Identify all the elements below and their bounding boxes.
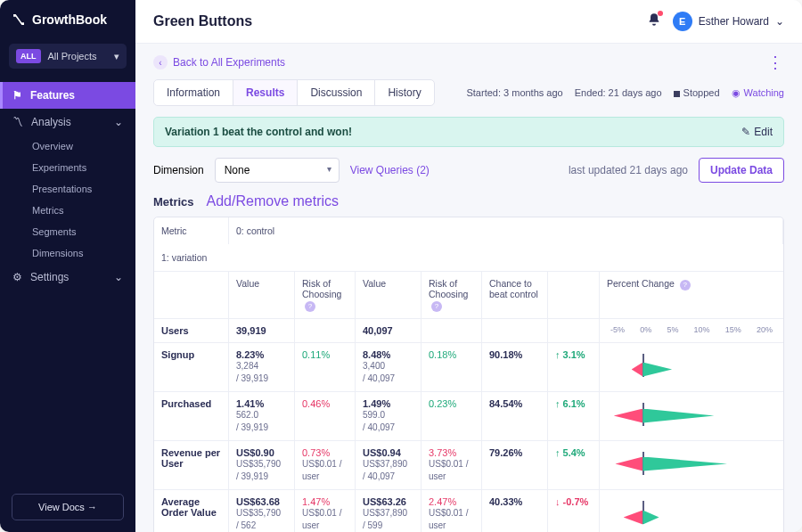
col-chance: Chance to beat control: [482, 272, 548, 318]
edit-button[interactable]: ✎Edit: [741, 126, 773, 138]
violin-cell: [600, 490, 783, 533]
arrow-left-icon: ‹: [153, 55, 168, 70]
value-control: US$63.68US$35,790/ 562: [229, 490, 295, 533]
dimension-label: Dimension: [153, 164, 204, 176]
dimension-select[interactable]: None: [215, 158, 340, 183]
eye-icon: ◉: [732, 87, 741, 99]
sidebar-item-metrics[interactable]: Metrics: [0, 200, 135, 221]
user-name: Esther Howard: [699, 15, 769, 28]
banner-text: Variation 1 beat the control and won!: [165, 126, 352, 138]
table-row: Revenue per UserUS$0.90US$35,790/ 39,919…: [154, 441, 783, 490]
chance: 79.26%: [482, 441, 548, 489]
value-variation: 1.49%599.0/ 40,097: [356, 392, 421, 440]
metric-name: Users: [154, 319, 229, 342]
risk-control: 0.73%US$0.01 / user: [295, 441, 356, 489]
gear-icon: ⚙: [12, 271, 22, 283]
nav-settings[interactable]: ⚙ Settings ⌄: [0, 264, 135, 291]
chance: 90.18%: [482, 343, 548, 391]
user-menu[interactable]: E Esther Howard ⌄: [673, 12, 784, 31]
view-queries-link[interactable]: View Queries (2): [350, 164, 430, 176]
nav-features[interactable]: ⚑ Features: [0, 82, 135, 109]
project-selector[interactable]: ALL All Projects ▾: [9, 44, 127, 69]
risk-control: 0.46%: [295, 392, 356, 440]
view-docs-button[interactable]: View Docs →: [12, 494, 124, 520]
status-state: Stopped: [674, 87, 720, 98]
project-badge: ALL: [16, 49, 41, 63]
watching-toggle[interactable]: ◉Watching: [732, 87, 784, 99]
chevron-down-icon: ▾: [114, 51, 119, 62]
metric-name: Signup: [154, 343, 229, 391]
delta: ↓ -0.7%: [548, 490, 600, 533]
pencil-icon: ✎: [741, 126, 750, 138]
sidebar-item-overview[interactable]: Overview: [0, 135, 135, 157]
value-control: 8.23%3,284/ 39,919: [229, 343, 295, 391]
sidebar-item-dimensions[interactable]: Dimensions: [0, 242, 135, 264]
risk-control: 1.47%US$0.01 / user: [295, 490, 356, 533]
risk-control: 0.11%: [295, 343, 356, 391]
add-remove-metrics-link[interactable]: Add/Remove metrics: [207, 193, 340, 209]
table-row: Average Order ValueUS$63.68US$35,790/ 56…: [154, 490, 783, 533]
nav-features-label: Features: [30, 89, 75, 102]
tab-discussion[interactable]: Discussion: [298, 80, 375, 105]
logo-icon: [12, 12, 26, 27]
users-variation: 40,097: [356, 319, 421, 342]
status-ended: Ended: 21 days ago: [575, 87, 662, 98]
col-risk-1: Risk of Choosing ?: [421, 272, 482, 318]
col-value-0: Value: [229, 272, 295, 318]
back-label: Back to All Experiments: [173, 56, 285, 69]
nav-settings-label: Settings: [30, 271, 69, 283]
result-banner: Variation 1 beat the control and won! ✎E…: [153, 117, 784, 147]
update-data-button[interactable]: Update Data: [699, 158, 784, 183]
delta: ↑ 3.1%: [548, 343, 600, 391]
col-pct: Percent Change ?: [600, 272, 783, 318]
last-updated: last updated 21 days ago: [569, 164, 688, 176]
flag-icon: ⚑: [12, 89, 22, 102]
violin-cell: [600, 343, 783, 391]
metric-name: Revenue per User: [154, 441, 229, 489]
chance: 84.54%: [482, 392, 548, 440]
chevron-down-icon: ⌄: [114, 271, 123, 283]
sidebar-item-experiments[interactable]: Experiments: [0, 157, 135, 178]
status-started: Started: 3 months ago: [466, 87, 562, 98]
col-risk-0: Risk of Choosing ?: [295, 272, 356, 318]
col-value-1: Value: [356, 272, 421, 318]
tab-information[interactable]: Information: [154, 80, 233, 105]
delta: ↑ 5.4%: [548, 441, 600, 489]
risk-variation: 0.18%: [421, 343, 482, 391]
stop-icon: [674, 91, 680, 97]
chevron-down-icon: ⌄: [114, 116, 123, 128]
avatar: E: [673, 12, 692, 31]
chance: 40.33%: [482, 490, 548, 533]
notifications-button[interactable]: [647, 12, 661, 30]
metric-name: Average Order Value: [154, 490, 229, 533]
value-variation: 8.48%3,400/ 40,097: [356, 343, 421, 391]
delta: ↑ 6.1%: [548, 392, 600, 440]
tab-history[interactable]: History: [375, 80, 433, 105]
chart-icon: 〽: [12, 116, 23, 128]
users-control: 39,919: [229, 319, 295, 342]
metrics-heading: Metrics: [153, 195, 194, 209]
nav-analysis[interactable]: 〽 Analysis ⌄: [0, 109, 135, 135]
axis-cell: -5%0%5%10%15%20%: [600, 319, 783, 342]
tab-results[interactable]: Results: [233, 80, 298, 105]
page-title: Green Buttons: [153, 13, 252, 29]
metric-name: Purchased: [154, 392, 229, 440]
violin-cell: [600, 392, 783, 440]
nav-analysis-label: Analysis: [31, 116, 71, 128]
back-link[interactable]: ‹ Back to All Experiments: [153, 55, 285, 70]
chevron-down-icon: ⌄: [775, 15, 784, 28]
col-variation: 1: variation: [154, 244, 783, 271]
table-row: Users39,91940,097-5%0%5%10%15%20%: [154, 319, 783, 343]
notification-dot: [658, 11, 663, 16]
col-metric: Metric: [154, 217, 229, 244]
risk-variation: 3.73%US$0.01 / user: [421, 441, 482, 489]
value-control: 1.41%562.0/ 39,919: [229, 392, 295, 440]
sidebar-item-presentations[interactable]: Presentations: [0, 178, 135, 200]
table-row: Purchased1.41%562.0/ 39,9190.46%1.49%599…: [154, 392, 783, 441]
more-menu-button[interactable]: ⋮: [767, 54, 784, 70]
value-variation: US$0.94US$37,890/ 40,097: [356, 441, 421, 489]
risk-variation: 2.47%US$0.01 / user: [421, 490, 482, 533]
project-label: All Projects: [48, 51, 97, 61]
sidebar-item-segments[interactable]: Segments: [0, 221, 135, 242]
brand-name: GrowthBook: [32, 12, 107, 27]
